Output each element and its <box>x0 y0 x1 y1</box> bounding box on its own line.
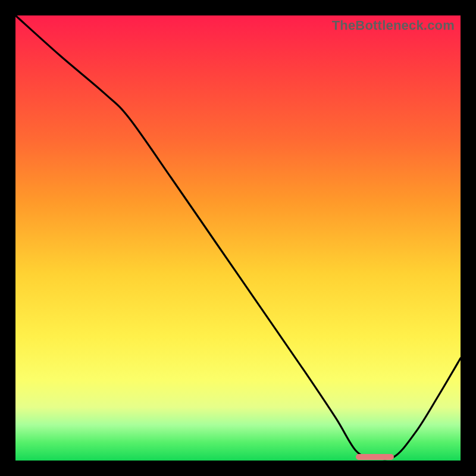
plot-area: TheBottleneck.com <box>15 15 461 461</box>
chart-frame: TheBottleneck.com <box>0 0 476 476</box>
bottleneck-curve <box>15 15 461 461</box>
curve-path <box>15 15 461 459</box>
